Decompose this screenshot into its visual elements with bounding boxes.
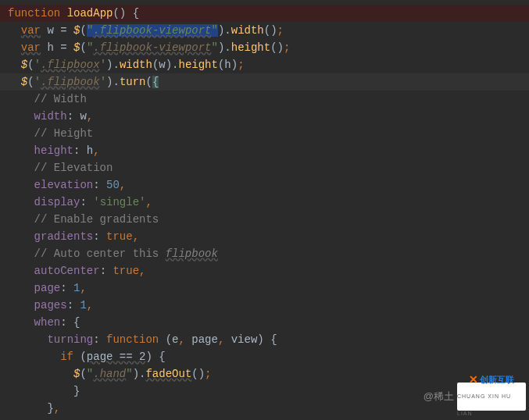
code-line-22: $(".hand").fadeOut(); (8, 365, 521, 383)
code-line-9: height: h, (8, 142, 521, 159)
code-line-3: var h = $(".flipbook-viewport").height()… (8, 39, 521, 56)
code-line-20: turning: function (e, page, view) { (8, 331, 521, 348)
code-line-5: $('.flipbook').turn({ (0, 73, 529, 91)
code-line-13: // Enable gradients (8, 211, 521, 228)
code-line-2: var w = $(".flipbook-viewport").width(); (8, 22, 521, 39)
code-line-14: gradients: true, (8, 228, 521, 245)
logo-x-icon: ✕ (469, 371, 478, 388)
code-line-18: pages: 1, (8, 297, 521, 314)
code-line-1: function loadApp() { (0, 5, 529, 22)
code-editor[interactable]: function loadApp() { var w = $(".flipboo… (0, 0, 529, 420)
code-line-12: display: 'single', (8, 194, 521, 211)
watermark-text: @稀土 (424, 388, 454, 405)
code-line-11: elevation: 50, (8, 176, 521, 194)
code-line-6: // Width (8, 91, 521, 108)
code-line-17: page: 1, (8, 279, 521, 297)
code-line-16: autoCenter: true, (8, 262, 521, 279)
code-line-19: when: { (8, 314, 521, 331)
code-line-4: $('.flipboox').width(w).height(h); (8, 56, 521, 73)
code-line-7: width: w, (8, 108, 521, 125)
watermark-logo: ✕ 创新互联 CHUANG XIN HU LIAN (457, 383, 526, 411)
code-line-8: // Height (8, 125, 521, 142)
watermark: @稀土 ✕ 创新互联 CHUANG XIN HU LIAN (424, 383, 526, 411)
code-line-21: if (page == 2) { (8, 348, 521, 365)
code-line-15: // Auto center this flipbook (8, 245, 521, 262)
code-line-10: // Elevation (8, 159, 521, 176)
